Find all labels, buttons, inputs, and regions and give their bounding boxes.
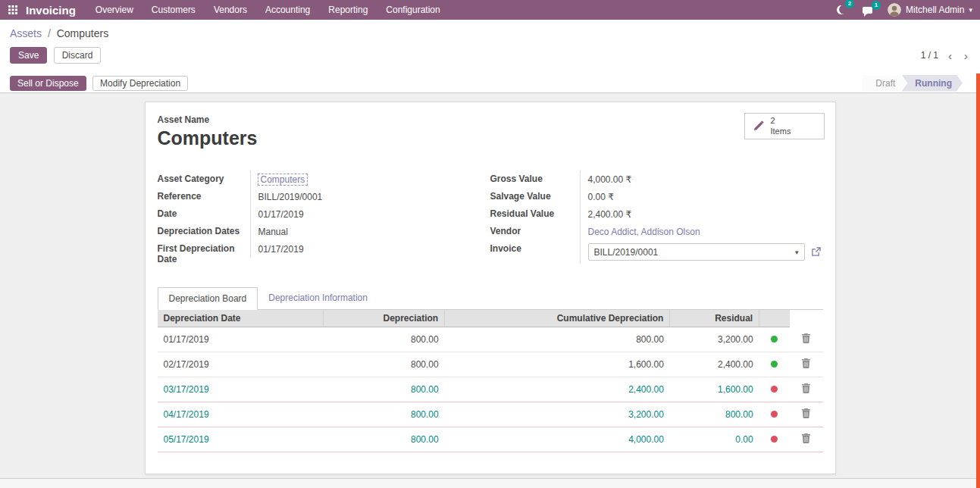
accent-strip [976, 74, 980, 488]
invoice-value: BILL/2019/0001 [594, 247, 659, 258]
header-depreciation-date[interactable]: Depreciation Date [158, 310, 324, 327]
stat-label: Items [771, 127, 791, 137]
reference-value[interactable]: BILL/2019/0001 [258, 192, 323, 202]
discard-button[interactable]: Discard [54, 47, 102, 64]
depreciation-row-4[interactable]: 04/17/2019 800.00 3,200.00 800.00 [158, 402, 823, 427]
asset-name-label: Asset Name [158, 114, 210, 125]
cell-date: 04/17/2019 [158, 402, 324, 427]
pager-next-icon[interactable]: › [962, 49, 970, 62]
state-running[interactable]: Running [901, 75, 963, 92]
messages-button[interactable]: 1 [861, 5, 874, 15]
left-field-group: Asset Category Computers Reference BILL/… [158, 170, 490, 267]
cell-depreciation: 800.00 [324, 327, 445, 352]
state-draft[interactable]: Draft [862, 75, 906, 92]
depreciation-row-2[interactable]: 02/17/2019 800.00 1,600.00 2,400.00 [158, 352, 823, 377]
dropdown-caret-icon: ▾ [795, 249, 799, 256]
chevron-down-icon: ▾ [969, 6, 972, 14]
bottom-bar [0, 478, 980, 488]
user-menu[interactable]: Mitchell Admin ▾ [888, 3, 972, 17]
unposted-status-dot [771, 436, 778, 443]
menu-overview[interactable]: Overview [95, 5, 133, 15]
date-label: Date [158, 205, 250, 222]
pager-previous-icon[interactable]: ‹ [946, 49, 954, 62]
cell-residual: 800.00 [670, 402, 759, 427]
delete-row-icon[interactable] [802, 358, 810, 368]
cell-date: 03/17/2019 [158, 377, 324, 402]
field-reference: Reference BILL/2019/0001 [158, 188, 490, 205]
cell-date: 05/17/2019 [158, 427, 324, 452]
unposted-status-dot [771, 386, 778, 393]
delete-row-icon[interactable] [802, 433, 810, 443]
invoice-select[interactable]: BILL/2019/0001 ▾ [588, 243, 805, 261]
external-link-icon[interactable] [811, 247, 821, 257]
cell-residual: 2,400.00 [670, 352, 759, 377]
breadcrumb: Assets / Computers [10, 26, 970, 41]
depreciation-row-3[interactable]: 03/17/2019 800.00 2,400.00 1,600.00 [158, 377, 823, 402]
sell-or-dispose-button[interactable]: Sell or Dispose [10, 76, 86, 91]
header-residual[interactable]: Residual [670, 310, 759, 327]
notebook-tabs: Depreciation Board Depreciation Informat… [158, 287, 823, 310]
state-widget: Draft Running [862, 75, 963, 92]
top-navbar: Invoicing Overview Customers Vendors Acc… [0, 0, 980, 20]
menu-accounting[interactable]: Accounting [265, 5, 310, 15]
header-cumulative-depreciation[interactable]: Cumulative Depreciation [445, 310, 670, 327]
gross-value-value[interactable]: 4,000.00 ₹ [588, 174, 632, 185]
cell-date: 01/17/2019 [158, 327, 324, 352]
delete-row-icon[interactable] [802, 408, 810, 418]
menu-customers[interactable]: Customers [152, 5, 196, 15]
apps-grid-icon [8, 5, 17, 14]
activities-button[interactable]: 2 [835, 4, 847, 16]
pager: 1 / 1 ‹ › [921, 49, 970, 62]
depreciation-row-5[interactable]: 05/17/2019 800.00 4,000.00 0.00 [158, 427, 823, 452]
depreciation-board-table: Depreciation Date Depreciation Cumulativ… [158, 310, 823, 452]
app-name[interactable]: Invoicing [26, 4, 76, 17]
cell-cumulative: 4,000.00 [445, 427, 670, 452]
statusbar: Sell or Dispose Modify Depreciation Draf… [0, 74, 980, 93]
depreciation-dates-value[interactable]: Manual [258, 227, 288, 237]
delete-row-icon[interactable] [802, 333, 810, 343]
table-header-row: Depreciation Date Depreciation Cumulativ… [158, 310, 823, 327]
avatar [888, 3, 901, 17]
residual-value-value[interactable]: 2,400.00 ₹ [588, 209, 632, 220]
first-depreciation-date-value[interactable]: 01/17/2019 [258, 244, 304, 255]
posted-status-dot [771, 336, 778, 343]
asset-category-value[interactable]: Computers [258, 174, 308, 185]
modify-depreciation-button[interactable]: Modify Depreciation [92, 76, 188, 91]
asset-name-value[interactable]: Computers [158, 127, 823, 149]
tab-depreciation-board[interactable]: Depreciation Board [158, 287, 258, 310]
delete-row-icon[interactable] [802, 383, 810, 393]
depreciation-row-1[interactable]: 01/17/2019 800.00 800.00 3,200.00 [158, 327, 823, 352]
cell-residual: 1,600.00 [670, 377, 759, 402]
field-residual-value: Residual Value 2,400.00 ₹ [490, 205, 823, 223]
date-value[interactable]: 01/17/2019 [258, 209, 304, 220]
field-vendor: Vendor Deco Addict, Addison Olson [490, 223, 823, 240]
tab-depreciation-information[interactable]: Depreciation Information [258, 287, 378, 309]
posted-status-dot [771, 361, 778, 368]
asset-form-sheet: 2 Items Asset Name Computers Asset Categ… [145, 102, 836, 474]
header-delete [790, 310, 823, 327]
menu-vendors[interactable]: Vendors [214, 5, 247, 15]
vendor-label: Vendor [490, 223, 580, 239]
menu-configuration[interactable]: Configuration [386, 5, 440, 15]
unposted-status-dot [771, 411, 778, 418]
first-depreciation-date-label: First Depreciation Date [158, 240, 250, 267]
cell-depreciation: 800.00 [324, 402, 445, 427]
field-first-depreciation-date: First Depreciation Date 01/17/2019 [158, 240, 490, 267]
save-button[interactable]: Save [10, 47, 47, 64]
field-date: Date 01/17/2019 [158, 205, 490, 223]
cell-cumulative: 800.00 [445, 327, 670, 352]
breadcrumb-assets[interactable]: Assets [10, 27, 42, 39]
cell-depreciation: 800.00 [324, 352, 445, 377]
breadcrumb-current: Computers [57, 27, 108, 39]
vendor-value[interactable]: Deco Addict, Addison Olson [588, 227, 700, 237]
cell-residual: 0.00 [670, 427, 759, 452]
cell-cumulative: 1,600.00 [445, 352, 670, 377]
title-block: Asset Name Computers [158, 114, 823, 149]
header-depreciation[interactable]: Depreciation [324, 310, 445, 327]
field-depreciation-dates: Depreciation Dates Manual [158, 223, 490, 240]
items-stat-button[interactable]: 2 Items [744, 113, 825, 139]
menu-reporting[interactable]: Reporting [328, 5, 368, 15]
apps-menu-button[interactable] [0, 0, 26, 20]
field-asset-category: Asset Category Computers [158, 170, 490, 188]
salvage-value-value[interactable]: 0.00 ₹ [588, 192, 614, 202]
